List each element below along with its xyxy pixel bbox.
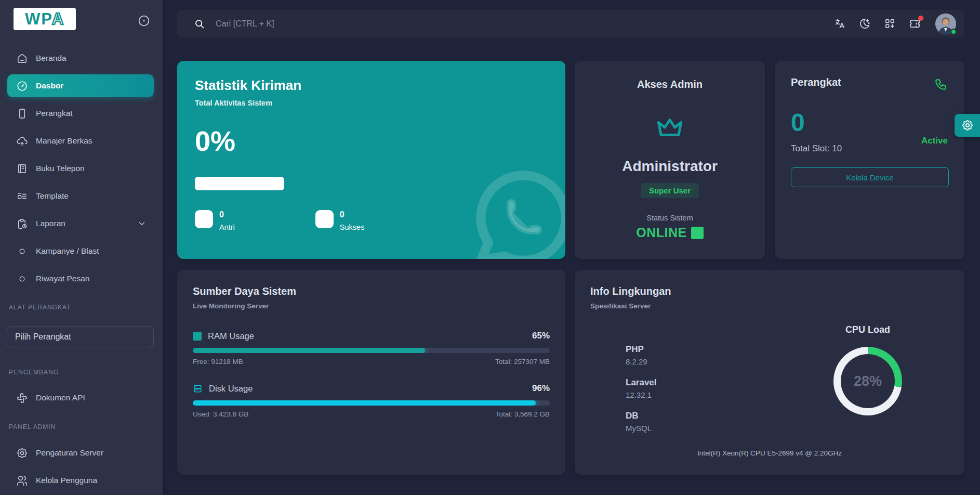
app-logo[interactable]: WPA [14, 8, 76, 30]
cpu-percent: 28% [841, 354, 895, 408]
disk-label: Disk Usage [209, 384, 253, 394]
spec-name: DB [626, 411, 657, 421]
card-akses-admin: Akses Admin Administrator Super User Sta… [575, 61, 765, 259]
sidebar-item-label: Buku Telepon [36, 164, 85, 173]
sidebar-collapse-toggle-icon[interactable] [137, 14, 151, 28]
sidebar-nav: Beranda Dasbor Perangkat Manajer Berkas … [0, 38, 163, 495]
system-status: ONLINE [575, 225, 765, 240]
whatsapp-watermark-icon [467, 161, 565, 259]
delivery-percent: 0% [195, 127, 548, 155]
ram-total: Total: 257307 MB [495, 358, 550, 366]
sidebar-item-label: Kampanye / Blast [36, 246, 99, 256]
sidebar-item-beranda[interactable]: Beranda [7, 47, 154, 70]
home-icon [16, 53, 28, 64]
stat-value: 0 [340, 210, 365, 219]
card-perangkat: Perangkat 0 Active Total Slot: 10 Kelola… [775, 61, 964, 259]
sidebar-item-label: Perangkat [36, 109, 73, 118]
sidebar-item-dokumen-api[interactable]: Dokumen API [7, 386, 154, 409]
ram-legend-icon [193, 332, 202, 341]
api-icon [16, 392, 28, 404]
sidebar-item-perangkat[interactable]: Perangkat [7, 102, 154, 125]
sidebar-item-dasbor[interactable]: Dasbor [7, 74, 154, 97]
circle-icon [16, 273, 28, 285]
sidebar-item-template[interactable]: Template [7, 185, 154, 207]
crown-icon [655, 112, 685, 142]
delivery-progress-bar [195, 177, 284, 190]
server-specs: PHP 8.2.29 Laravel 12.32.1 DB MySQL [626, 344, 657, 449]
kelola-device-button[interactable]: Kelola Device [791, 167, 949, 187]
sidebar-item-kampanye-blast[interactable]: Kampanye / Blast [7, 240, 154, 263]
stat-sukses: 0Sukses [315, 210, 365, 231]
smartphone-icon [16, 108, 28, 120]
card-info-lingkungan: Info Lingkungan Spesifikasi Server PHP 8… [575, 270, 964, 475]
sidebar-item-label: Laporan [36, 219, 65, 228]
disk-progress-track [193, 400, 550, 406]
disk-used: Used: 3,423.8 GB [193, 410, 248, 418]
sidebar-item-kelola-pengguna[interactable]: Kelola Pengguna [7, 469, 154, 492]
users-icon [16, 475, 28, 487]
sidebar-item-label: Pengaturan Server [36, 448, 103, 458]
card-subtitle: Total Aktivitas Sistem [195, 99, 548, 107]
sidebar-item-buku-telepon[interactable]: Buku Telepon [7, 157, 154, 180]
section-label-pengembang: PENGEMBANG [9, 369, 163, 377]
theme-customizer-button[interactable] [955, 114, 980, 137]
device-select[interactable]: Pilih Perangkat [7, 327, 154, 347]
sidebar-item-manajer-berkas[interactable]: Manajer Berkas [7, 129, 154, 152]
stat-antri: 0Antri [195, 210, 235, 231]
stat-label: Antri [219, 223, 235, 231]
search-icon [194, 18, 205, 30]
ram-progress-track [193, 348, 550, 353]
cpu-model-name: Intel(R) Xeon(R) CPU E5-2699 v4 @ 2.20GH… [590, 449, 949, 459]
card-title: Statistik Kiriman [195, 77, 548, 94]
sidebar-item-riwayat-pesan[interactable]: Riwayat Pesan [7, 267, 154, 290]
ram-label: RAM Usage [208, 331, 254, 341]
spec-value: 8.2.29 [626, 357, 657, 366]
section-label-alat-perangkat: ALAT PERANGKAT [9, 304, 163, 312]
ram-detail-row: Free: 91218 MB Total: 257307 MB [193, 358, 550, 366]
phone-icon [934, 77, 948, 91]
language-icon[interactable] [834, 18, 846, 30]
spec-name: Laravel [626, 377, 657, 388]
disk-usage-row: Disk Usage 96% [193, 383, 550, 394]
sidebar-item-laporan[interactable]: Laporan [7, 212, 154, 235]
card-title: Akses Admin [575, 79, 765, 90]
status-value: ONLINE [636, 225, 686, 240]
moon-stars-icon[interactable] [859, 18, 871, 30]
apps-grid-icon[interactable] [884, 18, 896, 30]
card-title: Sumber Daya Sistem [193, 285, 550, 297]
sidebar-item-label: Beranda [36, 54, 67, 63]
chevron-down-icon [137, 219, 147, 228]
ram-progress-fill [193, 348, 425, 353]
device-select-value: Pilih Perangkat [15, 332, 71, 342]
disk-percent: 96% [532, 383, 550, 394]
sidebar-item-label: Kelola Pengguna [36, 476, 97, 485]
sidebar-item-pengaturan-server[interactable]: Pengaturan Server [7, 441, 154, 464]
disk-detail-row: Used: 3,423.8 GB Total: 3,569.2 GB [193, 410, 550, 418]
status-label: Status Sistem [575, 214, 765, 222]
ram-percent: 65% [532, 331, 550, 341]
ram-usage-row: RAM Usage 65% [193, 331, 550, 341]
stat-value: 0 [219, 210, 235, 219]
environment-body: PHP 8.2.29 Laravel 12.32.1 DB MySQL CPU … [590, 310, 949, 449]
active-label: Active [921, 136, 948, 146]
report-icon [16, 218, 28, 230]
sidebar-item-label: Template [36, 191, 69, 201]
card-title: Perangkat [791, 76, 949, 88]
online-status-dot [950, 29, 957, 35]
sidebar-item-label: Dasbor [36, 81, 63, 90]
user-avatar[interactable] [935, 14, 956, 34]
gear-icon [16, 447, 28, 459]
section-label-panel-admin: PANEL ADMIN [9, 423, 163, 432]
topbar-actions [834, 14, 956, 34]
admin-role: Administrator [575, 158, 765, 175]
search-input[interactable] [216, 19, 527, 29]
notebook-icon [16, 163, 28, 175]
dashboard-gauge-icon [16, 80, 28, 92]
ticket-icon[interactable] [909, 18, 921, 30]
stat-square-icon [195, 210, 213, 228]
card-subtitle: Spesifikasi Server [590, 302, 949, 310]
card-subtitle: Live Monitoring Server [193, 302, 550, 310]
sidebar-item-label: Manajer Berkas [36, 136, 92, 146]
card-sumber-daya: Sumber Daya Sistem Live Monitoring Serve… [177, 270, 565, 475]
online-square-indicator [691, 227, 704, 239]
